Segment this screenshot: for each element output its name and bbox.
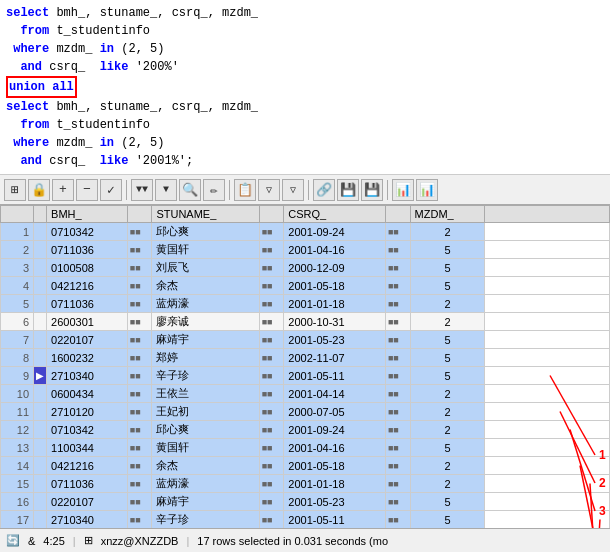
cell-stuname: 邱心爽 <box>152 421 259 439</box>
link-btn[interactable]: 🔗 <box>313 179 335 201</box>
cell-arrow <box>34 331 47 349</box>
cell-rownum: 8 <box>1 349 34 367</box>
table-row[interactable]: 14 0421216 ■■ 余杰 ■■ 2001-05-18 ■■ 2 <box>1 457 610 475</box>
cell-annot <box>485 241 610 259</box>
cell-rownum: 9 <box>1 367 34 385</box>
cell-csrq: 2001-05-11 <box>284 511 386 529</box>
cell-annot <box>485 277 610 295</box>
cell-rownum: 13 <box>1 439 34 457</box>
table-wrapper: BMH_ STUNAME_ CSRQ_ MZDM_ 1 0710342 ■■ 邱… <box>0 205 610 528</box>
chart-btn[interactable]: 📊 <box>392 179 414 201</box>
clipboard-btn[interactable]: 📋 <box>234 179 256 201</box>
table-row[interactable]: 17 2710340 ■■ 辛子珍 ■■ 2001-05-11 ■■ 5 <box>1 511 610 529</box>
save-btn[interactable]: 💾 <box>337 179 359 201</box>
cell-arrow <box>34 475 47 493</box>
cell-csrq: 2001-05-18 <box>284 277 386 295</box>
cell-flag3: ■■ <box>385 457 410 475</box>
code-line-3: where mzdm_ in (2, 5) <box>6 40 604 58</box>
filter2-btn[interactable]: ▽ <box>282 179 304 201</box>
chart2-btn[interactable]: 📊 <box>416 179 438 201</box>
status-amp: & <box>28 535 35 547</box>
remove-btn[interactable]: − <box>76 179 98 201</box>
table-row[interactable]: 3 0100508 ■■ 刘辰飞 ■■ 2000-12-09 ■■ 5 <box>1 259 610 277</box>
col-stuname[interactable]: STUNAME_ <box>152 206 259 223</box>
cell-flag1: ■■ <box>127 457 152 475</box>
col-bmh[interactable]: BMH_ <box>47 206 128 223</box>
cell-mzdm: 5 <box>410 241 485 259</box>
status-icon: 🔄 <box>6 534 20 547</box>
cell-bmh: 0710342 <box>47 223 128 241</box>
cell-flag1: ■■ <box>127 493 152 511</box>
cell-flag1: ■■ <box>127 259 152 277</box>
confirm-btn[interactable]: ✓ <box>100 179 122 201</box>
cell-stuname: 廖亲诚 <box>152 313 259 331</box>
cell-flag2: ■■ <box>259 439 284 457</box>
lock-btn[interactable]: 🔒 <box>28 179 50 201</box>
table-row[interactable]: 13 1100344 ■■ 黄国轩 ■■ 2001-04-16 ■■ 5 <box>1 439 610 457</box>
filter-btn[interactable]: ▽ <box>258 179 280 201</box>
col-mzdm[interactable]: MZDM_ <box>410 206 485 223</box>
cell-mzdm: 5 <box>410 367 485 385</box>
cell-arrow <box>34 277 47 295</box>
table-row[interactable]: 8 1600232 ■■ 郑婷 ■■ 2002-11-07 ■■ 5 <box>1 349 610 367</box>
cell-flag3: ■■ <box>385 313 410 331</box>
table-row[interactable]: 9 ▶ 2710340 ■■ 辛子珍 ■■ 2001-05-11 ■■ 5 <box>1 367 610 385</box>
grid-btn[interactable]: ⊞ <box>4 179 26 201</box>
table-row[interactable]: 1 0710342 ■■ 邱心爽 ■■ 2001-09-24 ■■ 2 <box>1 223 610 241</box>
sort-down-btn[interactable]: ▼▼ <box>131 179 153 201</box>
table-row[interactable]: 4 0421216 ■■ 余杰 ■■ 2001-05-18 ■■ 5 <box>1 277 610 295</box>
table-row[interactable]: 16 0220107 ■■ 麻靖宇 ■■ 2001-05-23 ■■ 5 <box>1 493 610 511</box>
cell-flag3: ■■ <box>385 349 410 367</box>
table-row[interactable]: 7 0220107 ■■ 麻靖宇 ■■ 2001-05-23 ■■ 5 <box>1 331 610 349</box>
cell-flag1: ■■ <box>127 439 152 457</box>
cell-rownum: 10 <box>1 385 34 403</box>
cell-flag1: ■■ <box>127 511 152 529</box>
sort-btn[interactable]: ▼ <box>155 179 177 201</box>
cell-bmh: 2710340 <box>47 367 128 385</box>
cell-flag3: ■■ <box>385 259 410 277</box>
table-row[interactable]: 15 0711036 ■■ 蓝炳濠 ■■ 2001-01-18 ■■ 2 <box>1 475 610 493</box>
cell-rownum: 4 <box>1 277 34 295</box>
cell-mzdm: 2 <box>410 421 485 439</box>
code-line-5: union all <box>6 76 604 98</box>
cell-arrow <box>34 511 47 529</box>
cell-bmh: 0220107 <box>47 331 128 349</box>
table-row[interactable]: 11 2710120 ■■ 王妃初 ■■ 2000-07-05 ■■ 2 <box>1 403 610 421</box>
cell-flag1: ■■ <box>127 223 152 241</box>
table-row[interactable]: 5 0711036 ■■ 蓝炳濠 ■■ 2001-01-18 ■■ 2 <box>1 295 610 313</box>
cell-mzdm: 2 <box>410 403 485 421</box>
sep3 <box>308 180 309 200</box>
table-row[interactable]: 6 2600301 ■■ 廖亲诚 ■■ 2000-10-31 ■■ 2 <box>1 313 610 331</box>
cell-stuname: 刘辰飞 <box>152 259 259 277</box>
cell-flag3: ■■ <box>385 223 410 241</box>
cell-bmh: 0711036 <box>47 241 128 259</box>
edit-btn[interactable]: ✏ <box>203 179 225 201</box>
table-row[interactable]: 2 0711036 ■■ 黄国轩 ■■ 2001-04-16 ■■ 5 <box>1 241 610 259</box>
cell-flag3: ■■ <box>385 493 410 511</box>
cell-bmh: 0711036 <box>47 475 128 493</box>
save2-btn[interactable]: 💾 <box>361 179 383 201</box>
cell-csrq: 2000-12-09 <box>284 259 386 277</box>
cell-stuname: 蓝炳濠 <box>152 475 259 493</box>
cell-mzdm: 5 <box>410 331 485 349</box>
cell-flag1: ■■ <box>127 331 152 349</box>
cell-annot <box>485 421 610 439</box>
cell-stuname: 余杰 <box>152 457 259 475</box>
cell-flag2: ■■ <box>259 421 284 439</box>
col-csrq[interactable]: CSRQ_ <box>284 206 386 223</box>
cell-mzdm: 2 <box>410 313 485 331</box>
table-row[interactable]: 10 0600434 ■■ 王依兰 ■■ 2001-04-14 ■■ 2 <box>1 385 610 403</box>
cell-rownum: 16 <box>1 493 34 511</box>
code-line-1: select bmh_, stuname_, csrq_, mzdm_ <box>6 4 604 22</box>
add-btn[interactable]: + <box>52 179 74 201</box>
search-btn[interactable]: 🔍 <box>179 179 201 201</box>
table-row[interactable]: 12 0710342 ■■ 邱心爽 ■■ 2001-09-24 ■■ 2 <box>1 421 610 439</box>
cell-rownum: 15 <box>1 475 34 493</box>
cell-flag1: ■■ <box>127 385 152 403</box>
db-name: xnzz@XNZZDB <box>101 535 179 547</box>
cell-annot <box>485 457 610 475</box>
col-annot <box>485 206 610 223</box>
db-icon: ⊞ <box>84 534 93 547</box>
cell-flag1: ■■ <box>127 403 152 421</box>
code-editor[interactable]: select bmh_, stuname_, csrq_, mzdm_ from… <box>0 0 610 175</box>
